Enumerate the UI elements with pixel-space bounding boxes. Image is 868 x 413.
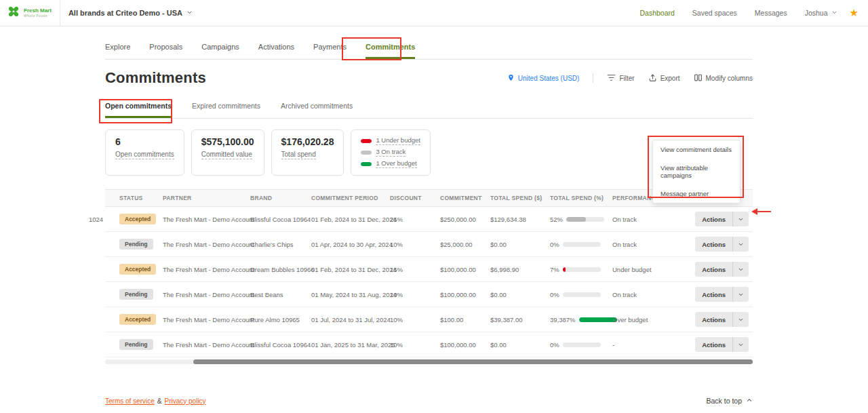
- tab-activations[interactable]: Activations: [258, 37, 294, 59]
- period-cell: 01 May, 2024 to 31 Aug, 2024: [309, 282, 387, 307]
- modify-columns-button[interactable]: Modify columns: [694, 73, 753, 83]
- page-toolbar: United States (USD) Filter Export Modify: [507, 73, 753, 83]
- spend-pct-value: 52%: [550, 216, 563, 223]
- col-discount[interactable]: DISCOUNT: [387, 190, 437, 206]
- discount-cell: 10%: [387, 282, 437, 307]
- horizontal-scrollbar[interactable]: [105, 359, 753, 364]
- topbar-links: Dashboard Saved spaces Messages Joshua: [639, 9, 837, 17]
- performance-cell: On track: [610, 282, 682, 307]
- spend-pct-cell: 0%: [547, 232, 610, 256]
- footer: Terms of service & Privacy policy Back t…: [105, 397, 753, 405]
- user-menu[interactable]: Joshua: [805, 9, 837, 17]
- menu-item-message-partner[interactable]: Message partner: [653, 184, 740, 203]
- table-row: Pending The Fresh Mart - Demo Account Ch…: [105, 232, 753, 257]
- committed-value-label[interactable]: Committed value: [201, 151, 252, 159]
- chevron-down-icon[interactable]: [732, 262, 749, 277]
- star-icon[interactable]: ★: [850, 7, 859, 19]
- topbar-link-messages[interactable]: Messages: [755, 9, 787, 17]
- spend-pct-value: 0%: [550, 241, 559, 248]
- chevron-down-icon[interactable]: [732, 237, 749, 252]
- actions-button[interactable]: Actions: [695, 262, 749, 277]
- export-icon: [648, 73, 657, 83]
- actions-button[interactable]: Actions: [695, 237, 749, 252]
- page-title: Commitments: [105, 69, 206, 87]
- brand-cell: Pure Almo 10965: [248, 307, 309, 332]
- total-spend-value: $176,020.28: [281, 136, 334, 147]
- card-total-spend: $176,020.28 Total spend: [271, 130, 344, 176]
- actions-button[interactable]: Actions: [695, 337, 749, 352]
- location-pin-icon: [507, 73, 515, 83]
- subtab-expired-commitments[interactable]: Expired commitments: [192, 98, 260, 118]
- card-open-commitments: 6 Open commitments: [105, 130, 184, 176]
- freshmart-logo[interactable]: Fresh Mart Whole Foods: [7, 5, 52, 21]
- clover-icon: [7, 5, 20, 21]
- terms-link[interactable]: Terms of service: [105, 397, 155, 405]
- brand-cell: Best Beans: [248, 282, 309, 307]
- modify-columns-label: Modify columns: [706, 75, 753, 82]
- partner-cell: The Fresh Mart - Demo Account: [160, 307, 248, 332]
- table-row: Pending The Fresh Mart - Demo Account Bl…: [105, 332, 753, 357]
- tab-payments[interactable]: Payments: [313, 37, 347, 59]
- logo-tagline-text: Whole Foods: [24, 14, 52, 18]
- status-badge: Accepted: [119, 264, 156, 275]
- brand-scope-selector[interactable]: All brands at Criteo Demo - USA: [68, 9, 193, 17]
- back-to-top[interactable]: Back to top: [706, 397, 753, 405]
- filter-button[interactable]: Filter: [607, 74, 634, 83]
- chevron-up-icon: [746, 397, 753, 405]
- chevron-down-icon[interactable]: [732, 212, 749, 227]
- chevron-down-icon[interactable]: [732, 337, 749, 352]
- subtab-open-commitments[interactable]: Open commitments: [105, 98, 172, 118]
- topbar-link-saved-spaces[interactable]: Saved spaces: [692, 9, 737, 17]
- period-cell: 01 Jan, 2025 to 31 Mar, 2025: [309, 332, 387, 357]
- col-partner[interactable]: PARTNER: [160, 190, 248, 206]
- chevron-down-icon[interactable]: [732, 287, 749, 302]
- scrollbar-thumb[interactable]: [193, 359, 753, 364]
- col-commitment[interactable]: COMMITMENT: [437, 190, 488, 206]
- chevron-down-icon[interactable]: [732, 312, 749, 327]
- total-spend-label[interactable]: Total spend: [281, 151, 316, 159]
- actions-button[interactable]: Actions: [695, 312, 749, 327]
- committed-value: $575,100.00: [201, 136, 254, 147]
- col-total-spend-usd[interactable]: TOTAL SPEND ($): [488, 190, 547, 206]
- tab-campaigns[interactable]: Campaigns: [201, 37, 239, 59]
- discount-cell: 10%: [387, 307, 437, 332]
- performance-cell: Under budget: [610, 257, 682, 281]
- topbar-link-dashboard[interactable]: Dashboard: [639, 9, 674, 17]
- tab-commitments[interactable]: Commitments: [366, 37, 415, 59]
- legend-swatch-gray: [361, 151, 372, 155]
- total-spend-cell: $0.00: [488, 232, 547, 256]
- region-label: United States (USD): [518, 75, 580, 82]
- menu-item-view-commitment-details[interactable]: View commitment details: [653, 140, 740, 159]
- open-commitments-count: 6: [115, 136, 174, 147]
- tab-explore[interactable]: Explore: [105, 37, 130, 59]
- spend-pct-value: 39,387%: [550, 316, 576, 323]
- discount-cell: 10%: [387, 232, 437, 256]
- commitment-cell: $100.00: [437, 307, 488, 332]
- region-selector[interactable]: United States (USD): [507, 73, 580, 83]
- status-badge: Accepted: [119, 314, 156, 325]
- tab-proposals[interactable]: Proposals: [149, 37, 182, 59]
- actions-button[interactable]: Actions: [695, 212, 749, 227]
- privacy-link[interactable]: Privacy policy: [164, 397, 205, 405]
- menu-item-view-attributable-campaigns[interactable]: View attributable campaigns: [653, 159, 740, 184]
- discount-cell: 25%: [387, 207, 437, 231]
- status-badge: Pending: [119, 239, 153, 250]
- spend-pct-cell: 0%: [547, 282, 610, 307]
- col-status[interactable]: STATUS: [117, 190, 160, 206]
- subtab-archived-commitments[interactable]: Archived commitments: [281, 98, 353, 118]
- partner-cell: The Fresh Mart - Demo Account: [160, 332, 248, 357]
- legend-over-budget: 1 Over budget: [361, 159, 420, 168]
- export-button[interactable]: Export: [648, 73, 680, 83]
- col-brand[interactable]: BRAND: [248, 190, 309, 206]
- progress-bar: [566, 217, 604, 222]
- user-name: Joshua: [805, 9, 828, 17]
- open-commitments-label[interactable]: Open commitments: [115, 151, 174, 159]
- spend-pct-cell: 0%: [547, 332, 610, 357]
- main-nav-tabs: Explore Proposals Campaigns Activations …: [105, 37, 753, 60]
- col-total-spend-pct[interactable]: TOTAL SPEND (%): [547, 190, 610, 206]
- col-commitment-period[interactable]: COMMITMENT PERIOD: [309, 190, 387, 206]
- brand-cell: Charlie's Chips: [248, 232, 309, 256]
- actions-button[interactable]: Actions: [695, 287, 749, 302]
- discount-cell: 10%: [387, 332, 437, 357]
- period-cell: 01 Feb, 2024 to 31 Dec, 2024: [309, 257, 387, 281]
